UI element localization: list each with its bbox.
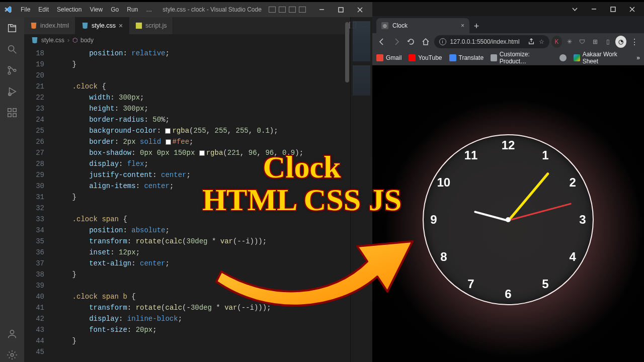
svg-point-16 [11, 353, 14, 356]
svg-rect-13 [8, 114, 11, 117]
line-number-gutter: 1819202122232425262728293031323334353637… [24, 46, 50, 362]
tab-style-css[interactable]: style.css × [75, 17, 129, 34]
vscode-minimize-button[interactable] [313, 2, 330, 17]
hour-hand [474, 211, 509, 222]
menu-view[interactable]: View [86, 5, 106, 15]
forward-button[interactable] [390, 35, 403, 49]
browser-menu-button[interactable]: ⋮ [628, 35, 641, 49]
svg-rect-12 [13, 109, 16, 112]
extensions-icon[interactable] [5, 106, 19, 120]
extension-shield-icon[interactable]: 🛡 [577, 36, 588, 48]
browser-dropdown-button[interactable] [566, 2, 584, 16]
new-tab-button[interactable]: + [469, 19, 484, 33]
css-file-icon [82, 22, 89, 29]
bookmark-globe[interactable] [559, 54, 567, 61]
bookmark-youtube[interactable]: YouTube [409, 54, 442, 61]
bookmark-label: Gmail [386, 54, 401, 61]
translate-icon [449, 54, 456, 61]
bookmark-gmail[interactable]: Gmail [376, 54, 401, 61]
layout-left-icon[interactable] [269, 7, 276, 13]
vscode-maximize-button[interactable] [332, 2, 349, 17]
vscode-titlebar: File Edit Selection View Go Run … style.… [0, 2, 372, 17]
menu-edit[interactable]: Edit [35, 5, 52, 15]
youtube-icon [409, 54, 416, 61]
browser-window-controls [372, 2, 644, 16]
svg-rect-14 [13, 114, 16, 117]
site-info-icon[interactable]: i [439, 38, 446, 45]
back-button[interactable] [375, 35, 388, 49]
bookmark-label: Customize: Product… [500, 51, 552, 65]
bookmark-translate[interactable]: Translate [449, 54, 484, 61]
account-icon[interactable] [5, 327, 19, 341]
clock-numeral: 6 [505, 287, 511, 301]
menu-run[interactable]: Run [123, 5, 141, 15]
home-button[interactable] [419, 35, 432, 49]
bookmark-aakaar[interactable]: Aakaar Work Sheet [574, 51, 629, 65]
tab-close-icon[interactable]: × [119, 22, 123, 30]
address-bar[interactable]: i 127.0.0.1:5500/index.html ☆ [434, 35, 549, 48]
menu-file[interactable]: File [17, 5, 34, 15]
menu-selection[interactable]: Selection [53, 5, 85, 15]
browser-tabstrip: ◎ Clock × + [372, 16, 644, 33]
extensions-puzzle-icon[interactable]: ⊞ [590, 36, 601, 48]
browser-close-button[interactable] [623, 2, 641, 16]
clock-numeral: 3 [579, 213, 586, 227]
chevron-right-icon: › [67, 37, 69, 44]
bookmarks-overflow-button[interactable]: » [636, 54, 640, 61]
share-icon[interactable] [528, 38, 535, 46]
layout-full-icon[interactable] [299, 7, 306, 13]
url-text: 127.0.0.1:5500/index.html [450, 38, 520, 45]
explorer-icon[interactable] [5, 21, 19, 35]
debug-icon[interactable] [5, 84, 19, 99]
clock-pivot [506, 217, 511, 222]
search-icon[interactable] [5, 42, 19, 56]
gear-icon[interactable] [5, 348, 19, 362]
css-file-icon [31, 37, 38, 44]
reading-list-icon[interactable]: ▯ [603, 36, 614, 48]
clock-numeral: 8 [440, 250, 447, 264]
svg-point-15 [10, 330, 14, 334]
clock-numeral: 4 [569, 250, 576, 264]
profile-avatar[interactable]: ◔ [615, 36, 626, 48]
clock-numeral: 10 [437, 175, 450, 190]
svg-rect-11 [8, 109, 11, 112]
tab-script-js[interactable]: script.js [129, 17, 173, 34]
vscode-close-button[interactable] [351, 2, 368, 17]
extension-gear-icon[interactable]: ✳ [564, 36, 575, 48]
bookmark-star-icon[interactable]: ☆ [539, 38, 544, 45]
browser-tab-clock[interactable]: ◎ Clock × [376, 18, 469, 33]
clock-numeral: 2 [569, 175, 576, 190]
browser-tab-title: Clock [392, 22, 457, 29]
layout-right-icon[interactable] [289, 7, 296, 13]
extension-k-icon[interactable]: K [551, 36, 562, 48]
drive-icon [574, 54, 580, 61]
html-file-icon [30, 22, 37, 29]
editor-scrollbar[interactable] [344, 17, 350, 362]
minimap[interactable] [350, 17, 372, 362]
menu-more[interactable]: … [142, 5, 155, 15]
bookmark-customize[interactable]: Customize: Product… [491, 51, 552, 65]
vscode-window: File Edit Selection View Go Run … style.… [0, 0, 372, 362]
svg-point-6 [8, 66, 11, 69]
menu-go[interactable]: Go [107, 5, 122, 15]
browser-maximize-button[interactable] [604, 2, 622, 16]
tab-label: script.js [145, 22, 167, 29]
analog-clock: 121234567891011 [423, 134, 594, 305]
vscode-menu: File Edit Selection View Go Run … [17, 5, 155, 15]
svg-rect-17 [136, 23, 142, 29]
tab-label: style.css [92, 22, 116, 29]
tab-close-icon[interactable]: × [461, 22, 464, 29]
reload-button[interactable] [405, 35, 417, 49]
layout-bottom-icon[interactable] [279, 7, 286, 13]
globe-icon [559, 54, 567, 61]
tab-index-html[interactable]: index.html [24, 17, 75, 34]
source-control-icon[interactable] [5, 63, 19, 77]
svg-point-4 [9, 46, 14, 51]
gmail-icon [376, 54, 383, 61]
code-content[interactable]: position: relative; } .clock { width: 30… [50, 46, 372, 362]
vscode-breadcrumbs[interactable]: style.css › ⬡ body [24, 35, 372, 46]
vscode-code-area[interactable]: 1819202122232425262728293031323334353637… [24, 46, 372, 362]
browser-minimize-button[interactable] [585, 2, 603, 16]
clock-numeral: 1 [542, 148, 548, 162]
svg-rect-21 [611, 7, 615, 12]
